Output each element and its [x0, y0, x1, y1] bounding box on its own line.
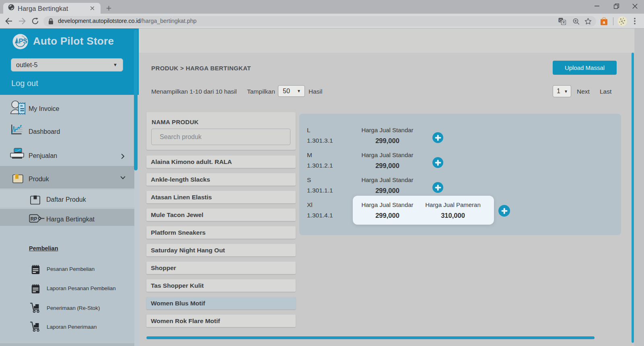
svg-text:PS: PS — [19, 37, 28, 45]
svg-text:RP: RP — [31, 216, 37, 222]
svg-text:a: a — [603, 20, 605, 25]
